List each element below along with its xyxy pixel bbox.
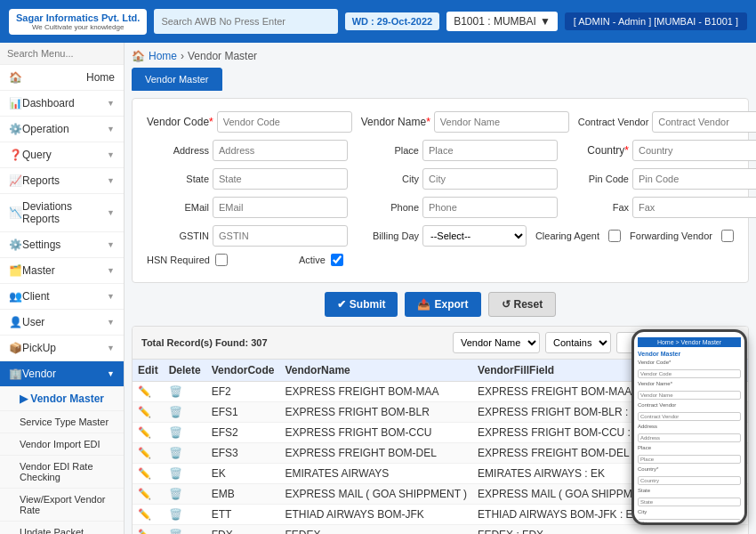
sidebar-item-reports[interactable]: 📈 Reports ▼ xyxy=(0,168,124,194)
vendor-name-group: Vendor Name* xyxy=(361,111,569,133)
edit-icon[interactable]: ✏️ xyxy=(138,447,151,459)
sidebar-item-vendor-edi-rate[interactable]: Vendor EDI Rate Checking xyxy=(0,456,124,489)
filter-condition-select[interactable]: Contains xyxy=(545,332,611,353)
delete-icon[interactable]: 🗑️ xyxy=(169,447,182,459)
vendor-code-input[interactable] xyxy=(217,111,352,133)
sidebar-item-home[interactable]: 🏠 Home xyxy=(0,65,124,91)
sidebar-item-vendor-import-edi[interactable]: Vendor Import EDI xyxy=(0,433,124,456)
sidebar-item-client[interactable]: 👥 Client ▼ xyxy=(0,284,124,310)
edit-icon[interactable]: ✏️ xyxy=(138,385,151,398)
reset-button[interactable]: ↺ Reset xyxy=(488,292,557,317)
city-group: City xyxy=(357,168,558,190)
delete-icon[interactable]: 🗑️ xyxy=(169,385,182,398)
sidebar-item-update-packet-account[interactable]: Update Packet AccountNo xyxy=(0,522,124,534)
clearing-agent-checkbox[interactable] xyxy=(608,230,621,242)
sidebar-item-vendor-master[interactable]: ▶ Vendor Master xyxy=(0,387,124,411)
active-checkbox[interactable] xyxy=(331,254,343,266)
filter-field-select[interactable]: Vendor Name xyxy=(453,332,540,353)
gstin-input[interactable] xyxy=(213,225,348,247)
edit-cell[interactable]: ✏️ xyxy=(133,402,164,423)
hsn-required-checkbox[interactable] xyxy=(215,254,228,266)
chevron-down-icon: ▼ xyxy=(107,266,115,275)
state-input[interactable] xyxy=(213,168,348,190)
forwarding-vendor-checkbox[interactable] xyxy=(721,230,734,242)
fax-input[interactable] xyxy=(632,197,756,218)
delete-cell[interactable]: 🗑️ xyxy=(164,484,206,505)
sidebar-item-master[interactable]: 🗂️ Master ▼ xyxy=(0,258,124,284)
active-group: Active xyxy=(263,254,343,266)
edit-cell[interactable]: ✏️ xyxy=(133,464,164,484)
sidebar-item-user[interactable]: 👤 User ▼ xyxy=(0,310,124,336)
vendor-code-cell: FDX xyxy=(206,525,280,535)
delete-cell[interactable]: 🗑️ xyxy=(164,464,206,484)
phone-place-input xyxy=(638,455,741,464)
sidebar-item-pickup[interactable]: 📦 PickUp ▼ xyxy=(0,336,124,361)
country-input[interactable] xyxy=(632,140,756,161)
delete-cell[interactable]: 🗑️ xyxy=(164,443,206,464)
edit-icon[interactable]: ✏️ xyxy=(138,426,151,439)
country-group: Country* xyxy=(567,140,756,161)
delete-cell[interactable]: 🗑️ xyxy=(164,423,206,443)
sidebar-search-input[interactable] xyxy=(0,43,124,65)
edit-icon[interactable]: ✏️ xyxy=(138,488,151,500)
vendor-master-label: Vendor Master xyxy=(30,392,104,405)
pin-code-input[interactable] xyxy=(632,168,756,190)
sidebar-item-query[interactable]: ❓ Query ▼ xyxy=(0,142,124,168)
vendor-name-cell: EXPRESS FRIGHT BOM-BLR xyxy=(279,402,472,423)
vendor-name-cell: EXPRESS FRIGHT BOM-CCU xyxy=(279,423,472,443)
sidebar-item-dashboard[interactable]: 📊 Dashboard ▼ xyxy=(0,91,124,117)
edit-cell[interactable]: ✏️ xyxy=(133,505,164,525)
delete-icon[interactable]: 🗑️ xyxy=(169,467,182,480)
edit-cell[interactable]: ✏️ xyxy=(133,382,164,402)
edit-icon[interactable]: ✏️ xyxy=(138,406,151,418)
delete-icon[interactable]: 🗑️ xyxy=(169,406,182,418)
city-input[interactable] xyxy=(422,168,558,190)
billing-day-select[interactable]: --Select-- xyxy=(422,225,527,247)
email-input[interactable] xyxy=(213,197,348,218)
sidebar-item-operation[interactable]: ⚙️ Operation ▼ xyxy=(0,117,124,142)
edit-icon[interactable]: ✏️ xyxy=(138,508,151,521)
sidebar: 🏠 Home 📊 Dashboard ▼ ⚙️ Operation ▼ ❓ Qu… xyxy=(0,43,125,534)
vendor-name-label: Vendor Name* xyxy=(361,116,430,128)
export-button[interactable]: 📤 Export xyxy=(405,292,480,317)
sidebar-item-vendor[interactable]: 🏢 Vendor ▼ xyxy=(0,361,124,387)
vendor-code-cell: ETT xyxy=(206,505,280,525)
sidebar-item-view-export-vendor-rate[interactable]: View/Export Vendor Rate xyxy=(0,489,124,522)
form-row-2: Address Place Country* xyxy=(147,140,734,161)
tab-vendor-master[interactable]: Vendor Master xyxy=(132,68,222,91)
phone-label: Phone xyxy=(357,202,419,213)
branch-selector[interactable]: B1001 : MUMBAI ▼ xyxy=(446,12,558,31)
edit-icon[interactable]: ✏️ xyxy=(138,467,151,480)
master-icon: 🗂️ xyxy=(9,264,22,277)
edit-icon[interactable]: ✏️ xyxy=(138,529,151,534)
phone-input[interactable] xyxy=(422,197,558,218)
delete-icon[interactable]: 🗑️ xyxy=(169,488,182,500)
gstin-group: GSTIN xyxy=(147,225,348,247)
delete-icon[interactable]: 🗑️ xyxy=(169,426,182,439)
submit-button[interactable]: ✔ Submit xyxy=(325,292,398,317)
edit-cell[interactable]: ✏️ xyxy=(133,525,164,535)
breadcrumb-home[interactable]: Home xyxy=(149,50,177,62)
edit-cell[interactable]: ✏️ xyxy=(133,443,164,464)
delete-cell[interactable]: 🗑️ xyxy=(164,505,206,525)
contract-vendor-input[interactable] xyxy=(652,111,756,133)
delete-cell[interactable]: 🗑️ xyxy=(164,402,206,423)
sidebar-item-service-type-master[interactable]: Service Type Master xyxy=(0,411,124,433)
phone-screen: Home > Vendor Master Vendor Master Vendo… xyxy=(634,332,744,522)
vendor-code-cell: EK xyxy=(206,464,280,484)
delete-icon[interactable]: 🗑️ xyxy=(169,529,182,534)
place-input[interactable] xyxy=(422,140,558,161)
edit-cell[interactable]: ✏️ xyxy=(133,484,164,505)
vendor-fill-cell: FEDEX : FDX xyxy=(472,525,697,535)
edit-cell[interactable]: ✏️ xyxy=(133,423,164,443)
delete-cell[interactable]: 🗑️ xyxy=(164,525,206,535)
vendor-name-cell: EXPRESS FREIGHT BOM-MAA xyxy=(279,382,472,402)
awb-search-input[interactable] xyxy=(154,9,337,34)
vendor-name-input[interactable] xyxy=(434,111,569,133)
sidebar-item-deviations[interactable]: 📉 Deviations Reports ▼ xyxy=(0,194,124,232)
delete-icon[interactable]: 🗑️ xyxy=(169,508,182,521)
sidebar-item-label: Master xyxy=(22,264,107,277)
sidebar-item-settings[interactable]: ⚙️ Settings ▼ xyxy=(0,232,124,258)
delete-cell[interactable]: 🗑️ xyxy=(164,382,206,402)
address-input[interactable] xyxy=(213,140,348,161)
